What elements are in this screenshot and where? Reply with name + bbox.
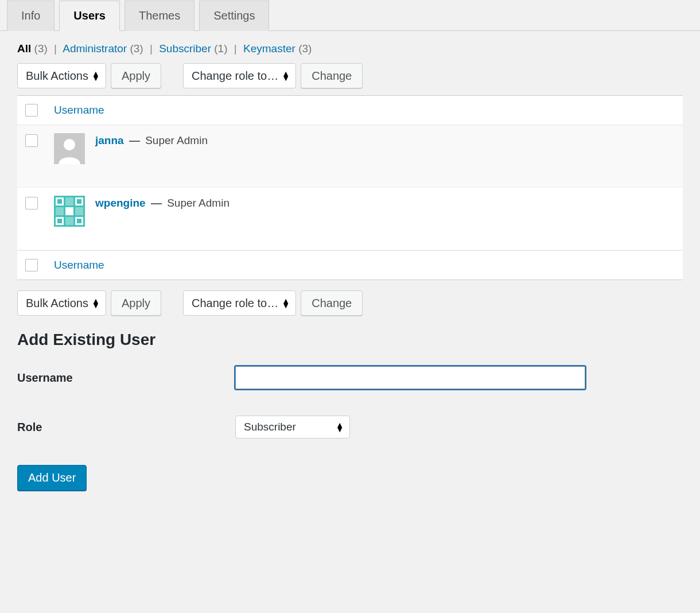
bulk-actions-select[interactable]: Bulk Actions ▲▼ (17, 63, 106, 88)
user-line: wpengine — Super Admin (95, 197, 230, 209)
add-user-button[interactable]: Add User (17, 465, 87, 491)
avatar (54, 196, 85, 227)
username-label: Username (17, 371, 235, 385)
users-table: Username janna — Super Admin (17, 95, 683, 280)
user-filters: All (3) | Administrator (3) | Subscriber… (17, 42, 683, 55)
dash-separator: — (127, 134, 142, 146)
sort-icon: ▲▼ (336, 422, 344, 432)
filter-keymaster[interactable]: Keymaster (243, 42, 295, 55)
select-all-checkbox[interactable] (25, 104, 38, 117)
filter-subscriber[interactable]: Subscriber (159, 42, 211, 55)
sort-icon: ▲▼ (282, 298, 290, 308)
col-username[interactable]: Username (54, 104, 104, 117)
row-checkbox[interactable] (25, 134, 38, 147)
change-role-select[interactable]: Change role to… ▲▼ (183, 63, 296, 88)
username-link[interactable]: wpengine (95, 197, 146, 209)
bottom-action-bar: Bulk Actions ▲▼ Apply Change role to… ▲▼… (17, 290, 683, 316)
bulk-actions-select-bottom[interactable]: Bulk Actions ▲▼ (17, 290, 106, 316)
tab-settings[interactable]: Settings (199, 1, 269, 31)
tab-info[interactable]: Info (7, 1, 55, 31)
row-checkbox[interactable] (25, 197, 38, 209)
username-input[interactable] (235, 366, 585, 389)
change-role-label: Change role to… (192, 297, 278, 310)
user-line: janna — Super Admin (95, 134, 208, 147)
avatar (54, 133, 85, 164)
role-label: Role (17, 421, 235, 434)
bulk-actions-label: Bulk Actions (26, 69, 88, 83)
table-row: janna — Super Admin (17, 125, 683, 188)
tabs: Info Users Themes Settings (0, 0, 700, 31)
form-row-role: Role Subscriber ▲▼ (17, 416, 683, 439)
user-role: Super Admin (167, 197, 230, 209)
role-value: Subscriber (244, 421, 296, 433)
change-role-label: Change role to… (192, 69, 278, 83)
filter-keymaster-count: (3) (298, 42, 312, 55)
sort-icon: ▲▼ (92, 71, 100, 80)
filter-subscriber-count: (1) (214, 42, 227, 55)
dash-separator: — (149, 197, 164, 209)
form-row-username: Username (17, 366, 683, 389)
col-username-bottom[interactable]: Username (54, 259, 104, 271)
filter-administrator[interactable]: Administrator (63, 42, 127, 55)
filter-all[interactable]: All (17, 42, 31, 55)
apply-button[interactable]: Apply (111, 63, 161, 88)
user-role: Super Admin (145, 134, 208, 146)
tab-themes[interactable]: Themes (125, 1, 195, 31)
select-all-checkbox-bottom[interactable] (25, 259, 38, 271)
svg-point-1 (64, 139, 75, 150)
table-row: wpengine — Super Admin (17, 188, 683, 250)
apply-button-bottom[interactable]: Apply (111, 290, 161, 316)
sort-icon: ▲▼ (92, 298, 100, 308)
tab-users[interactable]: Users (59, 1, 120, 31)
username-link[interactable]: janna (95, 134, 124, 146)
bulk-actions-label: Bulk Actions (26, 297, 88, 310)
table-footer: Username (17, 250, 683, 280)
change-role-select-bottom[interactable]: Change role to… ▲▼ (183, 290, 296, 316)
top-action-bar: Bulk Actions ▲▼ Apply Change role to… ▲▼… (17, 63, 683, 88)
change-button[interactable]: Change (301, 63, 363, 88)
filter-all-count: (3) (34, 42, 48, 55)
sort-icon: ▲▼ (282, 71, 290, 80)
filter-administrator-count: (3) (130, 42, 143, 55)
role-select[interactable]: Subscriber ▲▼ (235, 416, 350, 439)
change-button-bottom[interactable]: Change (301, 290, 363, 316)
add-existing-user-heading: Add Existing User (17, 331, 683, 349)
table-header: Username (17, 96, 683, 125)
